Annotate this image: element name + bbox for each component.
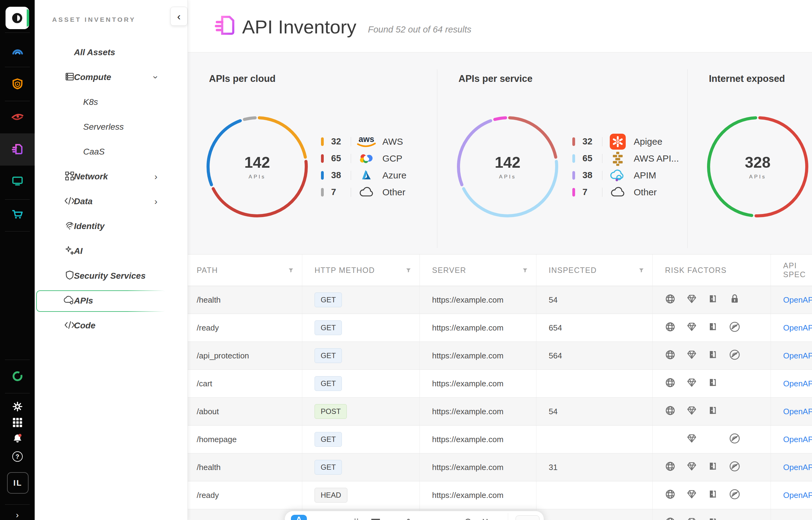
rail-item-help[interactable]: ? (0, 451, 35, 462)
table-icon[interactable] (371, 518, 380, 520)
openapi-link[interactable]: OpenAPI (783, 463, 812, 472)
filter-icon[interactable] (289, 266, 293, 275)
table-row[interactable]: /readyHEADhttps://example.comOpenAPI (188, 482, 812, 509)
apps-grid-icon (13, 418, 22, 427)
chart-internet-exposed: Internet exposed 328 APIs (687, 52, 812, 254)
legend-color-pill (321, 188, 324, 197)
table-row[interactable]: /cartGEThttps://example.comOpenAPI (188, 370, 812, 398)
primary-action-icon[interactable]: A (291, 515, 307, 520)
rail-item-notifications[interactable] (0, 433, 35, 444)
http-method-cell: GET (302, 286, 419, 314)
rail-item-monitor[interactable] (0, 174, 35, 188)
table-row[interactable]: /api_protectionGEThttps://example.com564… (188, 342, 812, 370)
eye-icon (10, 110, 25, 123)
openapi-link[interactable]: OpenAPI (783, 295, 812, 305)
rail-item-apps[interactable] (0, 418, 35, 427)
legend-label: AWS (383, 136, 403, 147)
openapi-link[interactable]: OpenAPI (783, 435, 812, 444)
rail-item-eye[interactable] (0, 110, 35, 123)
openapi-link[interactable]: OpenAPI (783, 323, 812, 333)
legend-label: AWS API... (634, 153, 679, 164)
toolbar-page-box[interactable] (516, 515, 540, 520)
aws-api-gateway-logo-icon (602, 151, 633, 166)
chevron-down-icon: › (151, 76, 161, 79)
charts-band: APIs per cloud 142 APIs 32awsAWS65GCP38A… (188, 52, 812, 255)
server-cell: https://example.com (419, 286, 536, 314)
globe-icon (665, 489, 675, 502)
send-icon[interactable] (481, 518, 490, 520)
server-cell: https://example.com (419, 342, 536, 369)
orca-logo[interactable] (5, 7, 29, 29)
globe-icon (665, 378, 675, 390)
user-initials-badge[interactable]: IL (7, 472, 28, 494)
table-row[interactable]: /healthGEThttps://example.com54OpenAPI (188, 286, 812, 314)
sidebar-item-network[interactable]: Network› (35, 164, 188, 189)
sidebar-item-code[interactable]: Code (35, 313, 188, 338)
http-method-cell: GET (302, 453, 419, 481)
risk-factors-cell (653, 453, 770, 481)
http-method-cell: HEAD (302, 482, 419, 509)
openapi-link[interactable]: OpenAPI (783, 351, 812, 361)
rail-item-ring[interactable] (0, 369, 35, 383)
rail-item-settings[interactable] (0, 401, 35, 412)
wasp-icon (729, 488, 740, 502)
table-row[interactable]: /readyGEThttps://example.com654OpenAPI (188, 314, 812, 342)
openapi-link[interactable]: OpenAPI (783, 491, 812, 500)
rail-item-cart[interactable] (0, 208, 35, 222)
rail-expand-chevron[interactable]: › (0, 510, 35, 520)
filter-icon[interactable] (523, 266, 527, 275)
sidebar-item-label: All Assets (74, 48, 115, 57)
monitor-icon (11, 174, 24, 188)
door-icon (708, 405, 718, 418)
filter-icon[interactable] (639, 266, 644, 275)
path-cell: /homepage (188, 425, 302, 453)
api-spec-cell: OpenAPI (770, 314, 812, 342)
sidebar-item-k8s[interactable]: K8s (35, 89, 188, 114)
wasp-icon (729, 349, 740, 363)
search-icon[interactable] (464, 518, 473, 520)
sidebar-item-identity[interactable]: Identity (35, 214, 188, 238)
sidebar-item-ai[interactable]: AI (35, 238, 188, 263)
door-icon (708, 489, 718, 502)
legend-color-pill (321, 154, 324, 163)
sidebar-item-data[interactable]: Data› (35, 189, 188, 214)
sidebar-item-caas[interactable]: CaaS (35, 139, 188, 164)
legend-color-pill (572, 154, 575, 163)
sparkles-icon (65, 245, 75, 257)
rail-item-shield[interactable] (0, 78, 35, 91)
table-row[interactable]: /homepageGEThttps://example.comOpenAPI (188, 425, 812, 453)
chart-apis-per-service: APIs per service 142 APIs 32Apigee65AWS … (437, 52, 687, 254)
cart-icon (10, 208, 25, 222)
sidebar-item-label: CaaS (83, 147, 105, 157)
person-icon[interactable] (404, 518, 413, 520)
legend-value: 38 (331, 170, 351, 180)
sidebar-item-compute[interactable]: Compute› (35, 65, 188, 89)
openapi-link[interactable]: OpenAPI (783, 518, 812, 520)
sidebar-item-security-services[interactable]: Security Services (35, 263, 188, 288)
api-table: PATH HTTP METHOD SERVER INSPECTED RISK F… (188, 255, 812, 520)
gem-icon (687, 517, 697, 520)
rail-item-cloud[interactable] (0, 45, 35, 58)
openapi-link[interactable]: OpenAPI (783, 379, 812, 388)
rail-item-apis-selected[interactable] (0, 143, 35, 156)
orca-logo-icon (11, 11, 24, 25)
risk-factors-cell (653, 342, 770, 369)
ring-icon (11, 369, 24, 383)
globe-icon (665, 517, 675, 520)
filter-icon[interactable] (406, 266, 411, 275)
sidebar-collapse-button[interactable]: ‹ (170, 7, 188, 26)
table-row[interactable]: /aboutPOSThttps://example.com54OpenAPI (188, 398, 812, 425)
method-badge: HEAD (315, 488, 347, 502)
legend-row-azure: 38Azure (321, 167, 406, 184)
sidebar-item-all-assets[interactable]: All Assets (35, 40, 188, 65)
openapi-link[interactable]: OpenAPI (783, 407, 812, 416)
column-header-http-method: HTTP METHOD (302, 255, 419, 286)
method-badge: GET (315, 348, 342, 363)
table-row[interactable]: /healthGEThttps://example.com31OpenAPI (188, 453, 812, 482)
column-header-path: PATH (188, 255, 302, 286)
sidebar-item-serverless[interactable]: Serverless (35, 114, 188, 139)
table-body: /healthGEThttps://example.com54OpenAPI/r… (188, 286, 812, 520)
legend-value: 32 (583, 136, 602, 147)
columns-icon[interactable] (354, 518, 363, 520)
sidebar-item-apis[interactable]: APIs (35, 288, 188, 313)
